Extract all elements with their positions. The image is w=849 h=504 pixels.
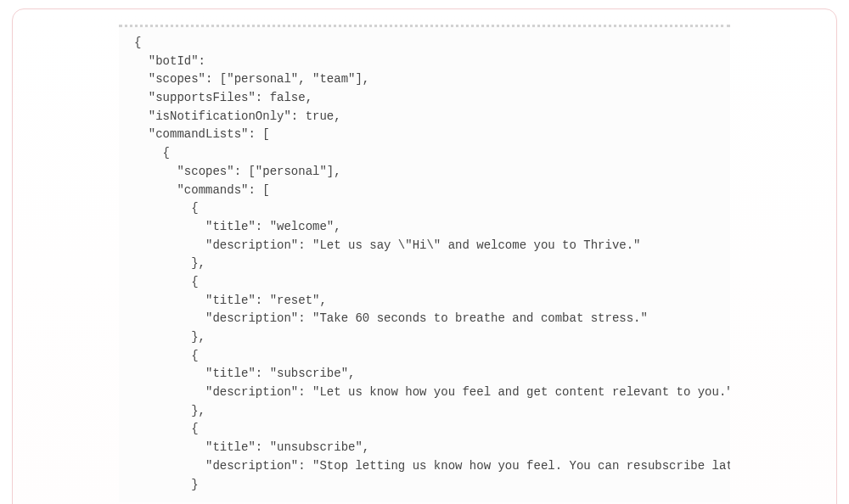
code-line: }, xyxy=(191,256,205,270)
code-line: { xyxy=(191,201,198,215)
code-block: { "botId": "scopes": ["personal", "team"… xyxy=(119,25,730,502)
code-line: "botId": xyxy=(149,54,205,68)
code-line: { xyxy=(163,146,170,160)
code-line: }, xyxy=(191,330,205,344)
code-line: { xyxy=(134,36,141,49)
code-line: "title": "unsubscribe", xyxy=(205,440,369,454)
code-line: "scopes": ["personal"], xyxy=(177,165,340,178)
code-line: "supportsFiles": false, xyxy=(149,91,312,104)
code-line: "scopes": ["personal", "team"], xyxy=(149,72,369,86)
code-line: "isNotificationOnly": true, xyxy=(149,109,341,123)
code-line: "description": "Take 60 seconds to breat… xyxy=(205,311,648,325)
code-line: "commandLists": [ xyxy=(149,127,270,141)
code-line: }, xyxy=(191,404,205,417)
code-line: { xyxy=(191,275,198,288)
code-line: { xyxy=(191,422,198,435)
code-line: "commands": [ xyxy=(177,183,269,197)
code-card: { "botId": "scopes": ["personal", "team"… xyxy=(12,8,837,504)
code-line: "description": "Let us know how you feel… xyxy=(205,385,730,399)
code-line: { xyxy=(191,349,198,362)
code-line: "title": "subscribe", xyxy=(205,367,355,380)
code-line: "title": "welcome", xyxy=(205,220,341,233)
code-line: } xyxy=(191,478,198,491)
code-line: "title": "reset", xyxy=(205,294,327,307)
code-line: "description": "Let us say \"Hi\" and we… xyxy=(205,238,640,252)
code-line: "description": "Stop letting us know how… xyxy=(205,459,730,473)
